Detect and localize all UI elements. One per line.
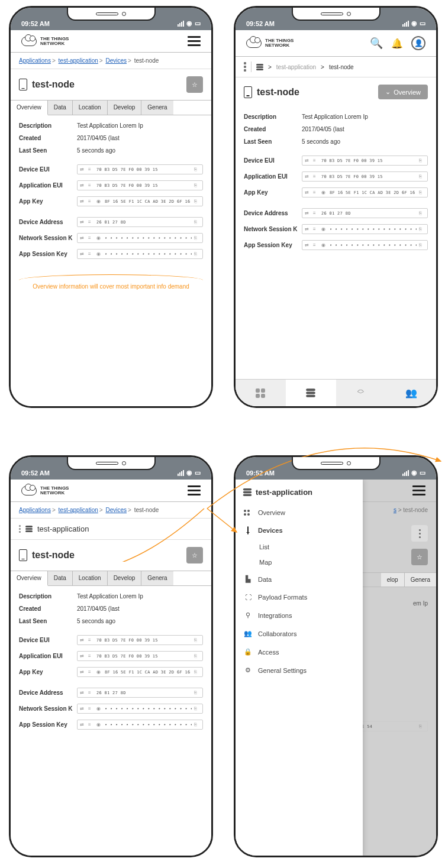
tab-general[interactable]: Genera [141,101,173,115]
menu-collaborators[interactable]: 👥 Collaborators [236,624,363,643]
wifi-icon: ◉ [186,20,192,27]
menu-settings[interactable]: ⚙ General Settings [236,661,363,679]
search-icon[interactable]: 🔍 [370,37,383,50]
page-title: test-node [32,550,75,561]
lock-icon: 🔒 [244,648,252,656]
chart-icon: ▙ [244,575,252,583]
favorite-button[interactable]: ☆ [411,549,428,565]
nav-wifi[interactable]: ⌔ [336,380,386,406]
tab-develop[interactable]: Develop [108,101,142,115]
logo[interactable]: THE THINGSNETWORK [21,486,69,495]
signal-icon [178,470,184,476]
nwk-skey-field[interactable]: ⇄≡◉• • • • • • • • • • • • • • • • • • •… [77,233,203,243]
page-title: test-node [32,79,75,90]
signal-icon [178,21,184,27]
favorite-button[interactable]: ☆ [186,547,203,563]
menu-integrations[interactable]: ⚲ Integrations [236,606,363,624]
logo[interactable]: THE THINGSNETWORK [21,37,69,46]
logo[interactable]: THE THINGSNETWORK [246,38,294,48]
device-icon [244,86,252,98]
profile-icon[interactable]: 👤 [411,36,425,50]
database-icon [243,488,251,496]
menu-data[interactable]: ▙ Data [236,570,363,588]
users-icon: 👥 [244,630,252,637]
bc-current: test-node [134,57,159,64]
cloud-icon [246,38,262,48]
annotation-text: Overview information will cover most imp… [11,280,211,290]
battery-icon: ▭ [195,20,201,27]
wifi-icon: ◉ [186,469,192,477]
breadcrumb: Applications> test-application> Devices>… [11,53,211,69]
database-icon [25,526,33,532]
sub-header[interactable]: test-application [11,519,211,540]
bc-app[interactable]: test-application [59,57,98,64]
device-icon [19,549,27,561]
battery-icon: ▭ [420,20,425,27]
more-icon[interactable] [411,525,428,542]
device-icon [19,79,27,90]
nav-grid[interactable] [236,380,286,406]
page-title: test-node [257,87,299,98]
battery-icon: ▭ [195,469,201,477]
wifi-icon: ◉ [411,469,417,477]
nav-drawer: test-application Overview Devices List M… [236,480,363,856]
device-eui-field[interactable]: ⇄≡70 B3 D5 7E F0 00 39 15⎘ [77,164,203,174]
hamburger-icon[interactable] [412,485,425,495]
annotation-brace [19,274,203,280]
breadcrumb: Applications> test-application> Devices>… [11,502,211,519]
status-time: 09:52 AM [21,20,50,27]
app-key-field[interactable]: ⇄≡◉8F 16 5E F1 1C CA AD 3E 2D 6F 16 B0 E… [77,196,203,206]
chevron-down-icon: ⌄ [385,88,391,96]
database-icon [256,64,263,70]
menu-devices[interactable]: Devices [236,522,363,539]
menu-devices-list[interactable]: List [236,539,363,555]
breadcrumb-compact: > test-application > test-node [236,57,436,77]
hamburger-icon[interactable] [188,36,201,46]
link-icon: ⚲ [244,611,252,619]
tab-location[interactable]: Location [73,101,108,115]
gear-icon: ⚙ [244,666,252,674]
hamburger-icon[interactable] [188,485,201,495]
app-eui-field[interactable]: ⇄≡70 B3 D5 7E F0 00 39 15⎘ [77,180,203,190]
menu-devices-map[interactable]: Map [236,555,363,570]
signal-icon [402,470,409,476]
bottom-nav: ⌔ 👥 [236,379,436,406]
tab-overview[interactable]: Overview [11,101,48,115]
dev-addr-field[interactable]: ⇄≡26 01 27 8D⎘ [77,217,203,227]
crop-icon: ⛶ [244,594,252,601]
battery-icon: ▭ [420,469,425,477]
more-icon[interactable] [244,62,246,72]
more-vertical-icon[interactable] [19,525,21,533]
menu-overview[interactable]: Overview [236,504,363,522]
overview-dropdown[interactable]: ⌄ Overview [378,85,428,99]
cloud-icon [21,37,37,46]
nav-users[interactable]: 👥 [386,380,436,406]
signal-icon [402,21,409,27]
tabs: Overview Data Location Develop Genera [11,100,211,115]
nav-database[interactable] [286,380,336,406]
wifi-icon: ◉ [411,20,417,27]
bc-devices[interactable]: Devices [105,57,127,64]
tab-data[interactable]: Data [48,101,73,115]
menu-access[interactable]: 🔒 Access [236,643,363,661]
bc-applications[interactable]: Applications [19,57,51,64]
menu-payload[interactable]: ⛶ Payload Formats [236,588,363,606]
bell-icon[interactable]: 🔔 [391,38,403,49]
app-skey-field[interactable]: ⇄≡◉• • • • • • • • • • • • • • • • • • •… [77,249,203,259]
cloud-icon [21,486,37,495]
favorite-button[interactable]: ☆ [186,76,203,93]
